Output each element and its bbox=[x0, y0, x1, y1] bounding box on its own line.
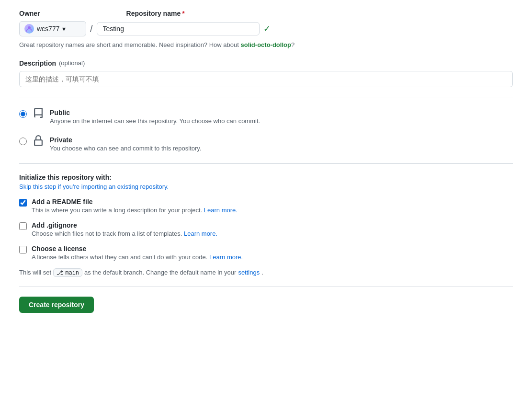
public-title: Public bbox=[50, 109, 513, 116]
license-learn-more-link[interactable]: Learn more. bbox=[209, 253, 243, 261]
owner-username: wcs777 bbox=[37, 25, 59, 33]
divider-2 bbox=[19, 163, 513, 164]
required-star: * bbox=[182, 10, 184, 17]
public-content: Public Anyone on the internet can see th… bbox=[50, 109, 513, 125]
initialize-section: Initialize this repository with: Skip th… bbox=[19, 173, 513, 261]
public-radio[interactable] bbox=[19, 110, 27, 118]
gitignore-description: Choose which files not to track from a l… bbox=[32, 230, 513, 237]
license-content: Choose a license A license tells others … bbox=[32, 245, 513, 261]
description-input[interactable] bbox=[19, 71, 513, 87]
settings-link[interactable]: settings bbox=[238, 269, 260, 276]
private-description: You choose who can see and commit to thi… bbox=[50, 145, 513, 152]
divider-3 bbox=[19, 287, 513, 287]
create-repository-button[interactable]: Create repository bbox=[19, 297, 94, 313]
owner-label: Owner bbox=[19, 10, 40, 17]
dropdown-arrow-icon: ▾ bbox=[62, 25, 66, 33]
readme-title: Add a README file bbox=[32, 198, 513, 206]
gitignore-content: Add .gitignore Choose which files not to… bbox=[32, 221, 513, 237]
readme-content: Add a README file This is where you can … bbox=[32, 198, 513, 214]
optional-text: (optional) bbox=[59, 59, 85, 67]
description-label: Description (optional) bbox=[19, 59, 513, 67]
valid-check-icon: ✓ bbox=[263, 23, 271, 34]
private-radio[interactable] bbox=[19, 138, 27, 145]
readme-option: Add a README file This is where you can … bbox=[19, 198, 513, 214]
default-branch-text: This will set ⎇ main as the default bran… bbox=[19, 268, 513, 277]
license-option: Choose a license A license tells others … bbox=[19, 245, 513, 261]
private-content: Private You choose who can see and commi… bbox=[50, 136, 513, 152]
readme-description: This is where you can write a long descr… bbox=[32, 207, 513, 214]
owner-repo-row: wcs777 ▾ / ✓ bbox=[19, 21, 513, 36]
book-icon bbox=[33, 108, 44, 121]
initialize-title: Initialize this repository with: bbox=[19, 173, 513, 181]
license-title: Choose a license bbox=[32, 245, 513, 253]
readme-learn-more-link[interactable]: Learn more. bbox=[204, 207, 238, 214]
private-option: Private You choose who can see and commi… bbox=[19, 134, 513, 154]
gitignore-option: Add .gitignore Choose which files not to… bbox=[19, 221, 513, 237]
git-branch-icon: ⎇ bbox=[57, 269, 63, 276]
slash-separator: / bbox=[90, 23, 93, 34]
public-description: Anyone on the internet can see this repo… bbox=[50, 117, 513, 125]
public-option: Public Anyone on the internet can see th… bbox=[19, 107, 513, 126]
license-description: A license tells others what they can and… bbox=[32, 253, 513, 261]
gitignore-title: Add .gitignore bbox=[32, 221, 513, 229]
private-title: Private bbox=[50, 136, 513, 144]
suggestion-text: Great repository names are short and mem… bbox=[19, 40, 513, 50]
lock-icon bbox=[33, 135, 44, 149]
owner-avatar bbox=[24, 24, 34, 34]
branch-name: main bbox=[65, 269, 79, 276]
repo-name-input[interactable] bbox=[97, 22, 260, 35]
initialize-subtitle: Skip this step if you're importing an ex… bbox=[19, 183, 513, 190]
branch-badge: ⎇ main bbox=[53, 268, 82, 277]
repo-name-wrapper: ✓ bbox=[97, 22, 271, 35]
description-group: Description (optional) bbox=[19, 59, 513, 87]
divider-1 bbox=[19, 97, 513, 97]
readme-checkbox[interactable] bbox=[19, 199, 27, 207]
suggestion-link[interactable]: solid-octo-dollop bbox=[240, 41, 291, 48]
gitignore-learn-more-link[interactable]: Learn more. bbox=[184, 230, 217, 237]
license-checkbox[interactable] bbox=[19, 246, 27, 253]
owner-dropdown[interactable]: wcs777 ▾ bbox=[19, 21, 86, 36]
repo-name-label: Repository name* bbox=[126, 10, 185, 17]
gitignore-checkbox[interactable] bbox=[19, 222, 27, 230]
